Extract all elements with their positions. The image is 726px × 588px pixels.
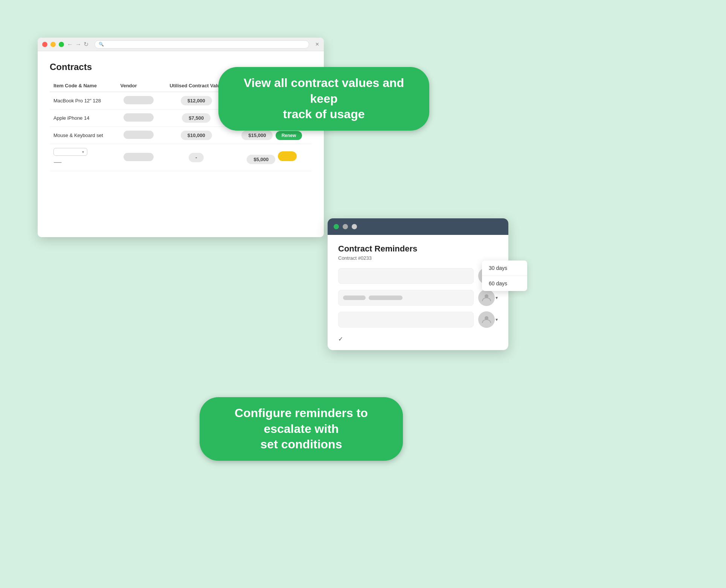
- remaining-value: $5,000: [247, 155, 275, 164]
- reminder-row-3: ▾: [338, 311, 498, 328]
- dialog-titlebar: [328, 218, 508, 235]
- reminder-input-2[interactable]: [338, 290, 474, 306]
- utilised-value: $10,000: [181, 131, 212, 140]
- person-svg-2: [482, 293, 491, 303]
- bubble2-line2: set conditions: [215, 437, 388, 452]
- maximize-button[interactable]: [59, 42, 64, 47]
- days-option-60[interactable]: 60 days: [482, 276, 527, 291]
- utilised-cell: $10,000: [161, 127, 232, 144]
- refresh-button[interactable]: ↻: [84, 41, 88, 48]
- utilised-cell: -: [161, 144, 232, 171]
- reminders-dialog: Contract Reminders Contract #0233 ▾: [328, 218, 508, 350]
- vendor-cell: [116, 110, 160, 127]
- reminder-input-3[interactable]: [338, 312, 474, 328]
- check-row: ✓: [338, 333, 498, 343]
- dialog-contract-label: Contract #0233: [338, 255, 498, 261]
- nav-arrows: ← → ↻: [67, 41, 88, 48]
- utilised-value: $12,000: [181, 96, 212, 105]
- avatar-icon-2: [478, 289, 495, 306]
- reminder-row-1: ▾: [338, 268, 498, 284]
- input-bar-1: [343, 296, 366, 300]
- dialog-gray-dot-2[interactable]: [352, 224, 357, 229]
- cursor-icon: ⸻: [53, 157, 113, 167]
- vendor-pill: [124, 113, 154, 122]
- avatar-caret-3: ▾: [496, 317, 498, 322]
- item-name-cell: Mouse & Keyboard set: [50, 127, 116, 144]
- input-bar-2: [369, 296, 403, 300]
- avatar-icon-3: [478, 311, 495, 328]
- back-button[interactable]: ←: [67, 41, 73, 48]
- bubble2-line1: Configure reminders to escalate with: [215, 405, 388, 437]
- col-header-item: Item Code & Name: [50, 80, 116, 92]
- reminder-row-2: ▾: [338, 289, 498, 306]
- avatar-with-caret-2: ▾: [478, 289, 498, 306]
- checkmark-icon[interactable]: ✓: [338, 335, 343, 343]
- yellow-badge: [278, 151, 297, 161]
- dialog-title: Contract Reminders: [338, 244, 498, 254]
- tooltip-bubble-2: Configure reminders to escalate with set…: [200, 397, 403, 461]
- bubble1-line2: track of usage: [233, 107, 414, 122]
- renew-badge[interactable]: Renew: [276, 131, 302, 140]
- dialog-green-dot[interactable]: [334, 224, 339, 229]
- utilised-value: -: [189, 153, 204, 162]
- person-svg-3: [482, 315, 491, 324]
- vendor-cell: [116, 144, 160, 171]
- avatar-caret-2: ▾: [496, 295, 498, 300]
- dialog-body: Contract Reminders Contract #0233 ▾: [328, 235, 508, 350]
- chevron-down-icon: ▾: [82, 150, 84, 154]
- days-dropdown: 30 days 60 days: [482, 260, 527, 291]
- url-bar[interactable]: 🔍: [95, 40, 309, 49]
- tab-close-icon[interactable]: ✕: [315, 41, 319, 47]
- browser-titlebar: ← → ↻ 🔍 ✕: [38, 38, 324, 51]
- dialog-gray-dot-1[interactable]: [343, 224, 348, 229]
- vendor-pill: [124, 96, 154, 104]
- remaining-cell: $5,000: [232, 144, 312, 171]
- item-dropdown[interactable]: ▾: [53, 148, 87, 156]
- url-text: 🔍: [99, 42, 104, 47]
- item-name-cell: ▾ ⸻: [50, 144, 116, 171]
- vendor-cell: [116, 127, 160, 144]
- vendor-pill: [124, 153, 154, 161]
- table-row: ▾ ⸻ - $5,000: [50, 144, 312, 171]
- tooltip-bubble-1: View all contract values and keep track …: [218, 67, 429, 131]
- col-header-vendor: Vendor: [116, 80, 160, 92]
- item-name-cell: MacBook Pro 12" 128: [50, 92, 116, 110]
- utilised-value: $7,500: [182, 113, 210, 123]
- days-option-30[interactable]: 30 days: [482, 260, 527, 276]
- remaining-value: $15,000: [241, 131, 273, 140]
- minimize-button[interactable]: [50, 42, 56, 47]
- avatar-with-caret-3: ▾: [478, 311, 498, 328]
- item-name-cell: Apple iPhone 14: [50, 110, 116, 127]
- close-button[interactable]: [42, 42, 47, 47]
- bubble1-line1: View all contract values and keep: [233, 75, 414, 107]
- forward-button[interactable]: →: [75, 41, 81, 48]
- vendor-cell: [116, 92, 160, 110]
- reminder-input-1[interactable]: [338, 268, 474, 284]
- vendor-pill: [124, 131, 154, 139]
